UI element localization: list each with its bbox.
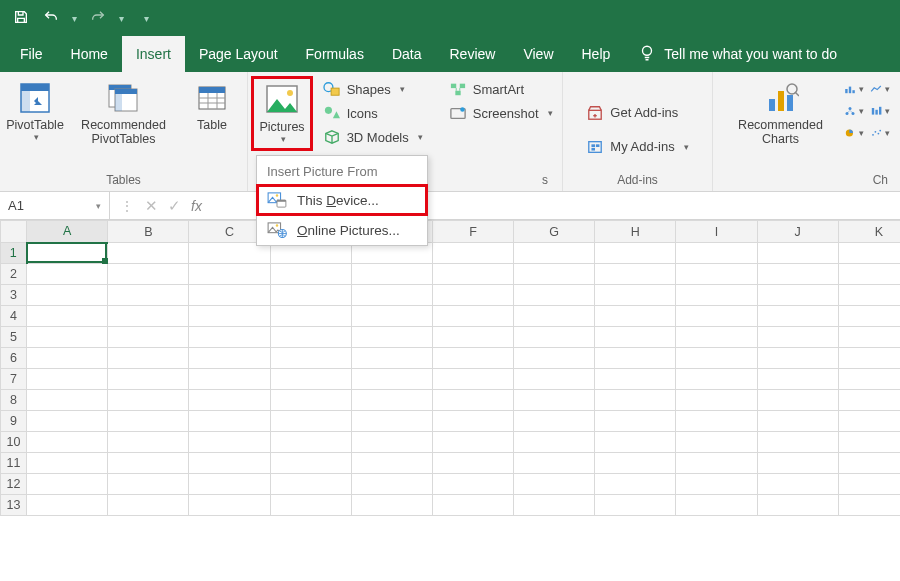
enter-icon[interactable]: ✓ (168, 197, 181, 215)
cell[interactable] (27, 474, 108, 495)
cell[interactable] (514, 474, 595, 495)
cell[interactable] (838, 285, 900, 306)
row-header[interactable]: 9 (1, 411, 27, 432)
cell[interactable] (270, 369, 351, 390)
cell[interactable] (838, 369, 900, 390)
col-header[interactable]: A (27, 221, 108, 243)
cell[interactable] (514, 306, 595, 327)
line-chart-button[interactable]: ▾ (870, 80, 890, 98)
row-header[interactable]: 6 (1, 348, 27, 369)
column-chart-button[interactable]: ▾ (844, 80, 864, 98)
tab-view[interactable]: View (509, 36, 567, 72)
cell[interactable] (514, 327, 595, 348)
cell[interactable] (108, 411, 189, 432)
worksheet-grid[interactable]: A B C D E F G H I J K 12345678910111213 (0, 220, 900, 516)
cell[interactable] (676, 264, 757, 285)
my-addins-button[interactable]: My Add-ins▾ (582, 136, 692, 158)
cell[interactable] (757, 369, 838, 390)
cell[interactable] (514, 369, 595, 390)
cell[interactable] (676, 411, 757, 432)
row-header[interactable]: 7 (1, 369, 27, 390)
cell[interactable] (351, 264, 432, 285)
grid-row[interactable]: 10 (1, 432, 901, 453)
cell[interactable] (676, 327, 757, 348)
grid-row[interactable]: 5 (1, 327, 901, 348)
recommended-pivottables-button[interactable]: Recommended PivotTables (66, 78, 181, 149)
row-header[interactable]: 2 (1, 264, 27, 285)
icons-button[interactable]: Icons (319, 102, 427, 124)
hierarchy-chart-button[interactable]: ▾ (844, 102, 864, 120)
cell[interactable] (757, 432, 838, 453)
cell[interactable] (189, 495, 270, 516)
cell[interactable] (432, 306, 513, 327)
pie-chart-button[interactable]: ▾ (844, 124, 864, 142)
cell[interactable] (108, 264, 189, 285)
cell[interactable] (108, 369, 189, 390)
cell[interactable] (757, 243, 838, 264)
row-header[interactable]: 3 (1, 285, 27, 306)
cell[interactable] (270, 285, 351, 306)
name-box[interactable]: A1 ▾ (0, 192, 110, 219)
cell[interactable] (838, 390, 900, 411)
cell[interactable] (351, 495, 432, 516)
cell[interactable] (270, 306, 351, 327)
cell[interactable] (27, 348, 108, 369)
cell[interactable] (108, 285, 189, 306)
cell[interactable] (514, 243, 595, 264)
pivottable-button[interactable]: PivotTable ▾ (8, 78, 62, 145)
fx-icon[interactable]: fx (191, 198, 202, 214)
cell[interactable] (351, 327, 432, 348)
get-addins-button[interactable]: Get Add-ins (582, 102, 692, 124)
cell[interactable] (676, 306, 757, 327)
cell[interactable] (757, 285, 838, 306)
tab-review[interactable]: Review (436, 36, 510, 72)
cell[interactable] (595, 411, 676, 432)
cell[interactable] (432, 348, 513, 369)
cell[interactable] (351, 453, 432, 474)
cell[interactable] (108, 432, 189, 453)
row-header[interactable]: 8 (1, 390, 27, 411)
cell[interactable] (27, 411, 108, 432)
cell[interactable] (270, 390, 351, 411)
cell[interactable] (838, 474, 900, 495)
row-header[interactable]: 5 (1, 327, 27, 348)
tab-file[interactable]: File (6, 36, 57, 72)
cell[interactable] (838, 432, 900, 453)
insert-from-this-device[interactable]: This Device... (257, 185, 427, 215)
redo-button[interactable] (87, 7, 109, 29)
cell[interactable] (757, 474, 838, 495)
select-all-corner[interactable] (1, 221, 27, 243)
cell[interactable] (351, 474, 432, 495)
grid-row[interactable]: 6 (1, 348, 901, 369)
screenshot-button[interactable]: Screenshot▾ (445, 102, 557, 124)
smartart-button[interactable]: SmartArt (445, 78, 557, 100)
cell[interactable] (676, 474, 757, 495)
cell[interactable] (432, 264, 513, 285)
cell[interactable] (676, 369, 757, 390)
insert-online-pictures[interactable]: Online Pictures... (257, 215, 427, 245)
shapes-button[interactable]: Shapes▾ (319, 78, 427, 100)
cell[interactable] (838, 411, 900, 432)
cell[interactable] (189, 264, 270, 285)
cell[interactable] (189, 327, 270, 348)
tab-insert[interactable]: Insert (122, 36, 185, 72)
scatter-chart-button[interactable]: ▾ (870, 124, 890, 142)
cell[interactable] (108, 453, 189, 474)
cell[interactable] (270, 327, 351, 348)
row-header[interactable]: 12 (1, 474, 27, 495)
cell[interactable] (595, 306, 676, 327)
grid-row[interactable]: 2 (1, 264, 901, 285)
cell[interactable] (595, 474, 676, 495)
cell[interactable] (514, 411, 595, 432)
col-header[interactable]: K (838, 221, 900, 243)
cell[interactable] (514, 285, 595, 306)
cell[interactable] (838, 327, 900, 348)
cell[interactable] (676, 453, 757, 474)
cell[interactable] (838, 495, 900, 516)
cell[interactable] (514, 390, 595, 411)
grid-row[interactable]: 13 (1, 495, 901, 516)
cell[interactable] (189, 285, 270, 306)
cell[interactable] (432, 432, 513, 453)
cell[interactable] (595, 390, 676, 411)
cell[interactable] (270, 474, 351, 495)
